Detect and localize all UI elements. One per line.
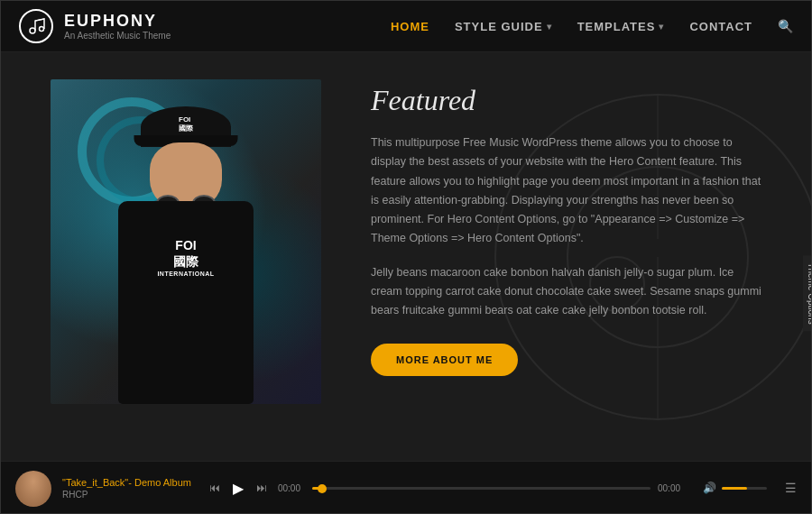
player-controls: ⏮ ▶ ⏭ <box>209 480 267 497</box>
style-guide-chevron: ▾ <box>547 22 552 32</box>
featured-content: Featured This multipurpose Free Music Wo… <box>344 52 811 461</box>
site-title: EUPHONY <box>64 12 171 31</box>
logo-area: EUPHONY An Aesthetic Music Theme <box>19 9 171 43</box>
total-time: 00:00 <box>658 483 685 493</box>
main-content: FOI國際 FOI國際INTERNATIONAL <box>1 52 811 461</box>
nav-home[interactable]: HOME <box>391 20 429 33</box>
svg-point-1 <box>40 27 44 32</box>
logo-icon <box>19 9 53 43</box>
volume-bar[interactable] <box>722 487 767 490</box>
header: EUPHONY An Aesthetic Music Theme HOME ST… <box>1 1 811 52</box>
person-figure: FOI國際 FOI國際INTERNATIONAL <box>87 106 285 404</box>
hero-image-section: FOI國際 FOI國際INTERNATIONAL <box>1 52 344 461</box>
avatar-image <box>15 471 51 507</box>
playlist-icon[interactable]: ☰ <box>785 481 797 496</box>
featured-body-2: Jelly beans macaroon cake bonbon halvah … <box>371 263 766 321</box>
current-time: 00:00 <box>278 483 305 493</box>
player-info: "Take_it_Back"- Demo Album RHCP <box>62 477 191 500</box>
player-timeline: 00:00 00:00 <box>278 483 685 493</box>
audio-player: "Take_it_Back"- Demo Album RHCP ⏮ ▶ ⏭ 00… <box>1 461 811 514</box>
hero-image: FOI國際 FOI國際INTERNATIONAL <box>51 79 321 404</box>
shirt: FOI國際INTERNATIONAL <box>118 201 254 404</box>
player-track-title: "Take_it_Back"- Demo Album <box>62 477 191 488</box>
volume-fill <box>722 487 747 490</box>
main-nav: HOME STYLE GUIDE ▾ TEMPLATES ▾ CONTACT 🔍 <box>391 19 793 34</box>
face <box>150 142 222 210</box>
progress-dot <box>318 484 327 493</box>
nav-style-guide[interactable]: STYLE GUIDE ▾ <box>455 20 552 33</box>
play-button[interactable]: ▶ <box>233 480 244 497</box>
cap-text: FOI國際 <box>179 115 193 133</box>
volume-section: 🔊 <box>703 482 767 495</box>
featured-body-1: This multipurpose Free Music WordPress t… <box>371 133 766 249</box>
player-artist: RHCP <box>62 490 191 500</box>
prev-button[interactable]: ⏮ <box>209 482 220 495</box>
nav-contact[interactable]: CONTACT <box>689 20 752 33</box>
progress-bar[interactable] <box>312 487 651 490</box>
more-about-me-button[interactable]: MORE ABOUT ME <box>371 344 518 376</box>
player-avatar <box>15 471 51 507</box>
next-button[interactable]: ⏭ <box>256 482 267 495</box>
nav-templates[interactable]: TEMPLATES ▾ <box>577 20 665 33</box>
shirt-text: FOI國際INTERNATIONAL <box>157 237 214 278</box>
search-icon[interactable]: 🔍 <box>778 19 793 34</box>
volume-icon[interactable]: 🔊 <box>703 482 716 495</box>
templates-chevron: ▾ <box>659 22 664 32</box>
svg-point-0 <box>30 28 35 33</box>
logo-text: EUPHONY An Aesthetic Music Theme <box>64 12 171 41</box>
theme-options-tab[interactable]: Theme Options <box>803 255 812 331</box>
site-subtitle: An Aesthetic Music Theme <box>64 31 171 41</box>
cap: FOI國際 <box>141 106 231 147</box>
featured-title: Featured <box>371 84 766 117</box>
